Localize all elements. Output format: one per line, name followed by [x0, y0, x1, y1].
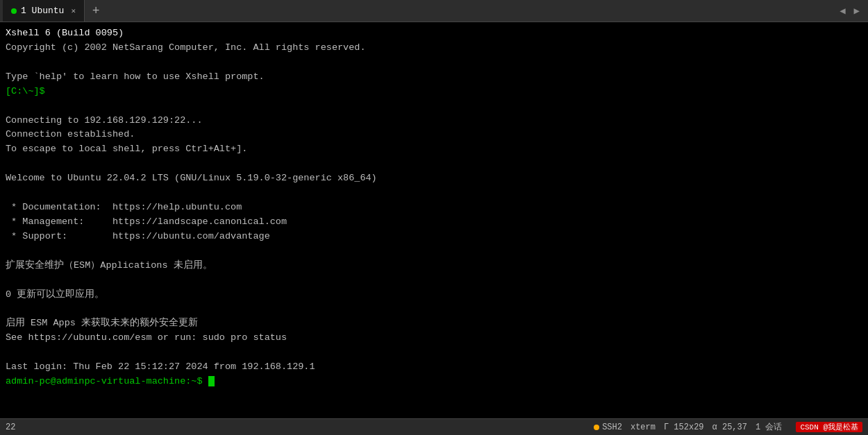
terminal-line-9: To escape to local shell, press Ctrl+Alt…	[6, 144, 247, 154]
terminal-line-6	[6, 101, 11, 111]
status-line-number: 22	[6, 423, 15, 432]
status-session-label: 1 会话	[756, 421, 782, 433]
terminal-line-13: * Documentation: https://help.ubuntu.com	[6, 202, 242, 212]
terminal-line-23	[6, 347, 11, 357]
status-connection-dot	[594, 425, 599, 430]
status-pos-label: α 25,37	[712, 423, 747, 432]
status-bar: 22 SSH2 xterm Γ 152x29 α 25,37 1 会话 CSDN…	[0, 418, 868, 435]
terminal-line-15: * Support: https://ubuntu.com/advantage	[6, 231, 270, 241]
add-tab-button[interactable]: +	[86, 1, 106, 21]
terminal-line-21: 启用 ESM Apps 来获取未来的额外安全更新	[6, 318, 198, 328]
terminal-line-18	[6, 275, 11, 285]
status-size-label: Γ 152x29	[664, 423, 704, 432]
status-xterm-label: xterm	[631, 423, 656, 432]
status-ssh: SSH2	[594, 423, 622, 432]
nav-left-arrow[interactable]: ◀	[837, 3, 848, 18]
terminal-line-3	[6, 57, 11, 67]
terminal-line-10	[6, 158, 11, 169]
title-nav: ◀ ▶	[837, 3, 862, 18]
tab-label: 1 Ubuntu	[21, 6, 64, 16]
terminal-line-11: Welcome to Ubuntu 22.04.2 LTS (GNU/Linux…	[6, 173, 377, 183]
terminal-line-22: See https://ubuntu.com/esm or run: sudo …	[6, 332, 287, 343]
terminal-line-8: Connection established.	[6, 129, 135, 139]
terminal-line-2: Copyright (c) 2002 NetSarang Computer, I…	[6, 42, 365, 53]
terminal-cursor	[208, 376, 215, 386]
terminal-prompt: admin-pc@adminpc-virtual-machine:~$	[6, 376, 208, 386]
terminal-line-12	[6, 187, 11, 198]
terminal-line-1: Xshell 6 (Build 0095)	[6, 28, 124, 38]
tab-close-button[interactable]: ✕	[71, 6, 76, 15]
status-ssh-label: SSH2	[602, 423, 622, 432]
nav-right-arrow[interactable]: ▶	[851, 3, 862, 18]
tab-ubuntu[interactable]: 1 Ubuntu ✕	[3, 0, 85, 22]
terminal-line-20	[6, 304, 11, 314]
title-bar: 1 Ubuntu ✕ + ◀ ▶	[0, 0, 868, 22]
tab-status-dot	[11, 8, 17, 14]
tabs-area: 1 Ubuntu ✕ +	[3, 0, 106, 22]
csdn-badge: CSDN @我是松基	[796, 422, 862, 432]
terminal-line-16	[6, 246, 11, 256]
terminal-line-5: [C:\~]$	[6, 86, 45, 96]
terminal-line-7: Connecting to 192.168.129.129:22...	[6, 115, 203, 126]
terminal-line-14: * Management: https://landscape.canonica…	[6, 216, 287, 227]
terminal-line-4: Type `help' to learn how to use Xshell p…	[6, 71, 265, 82]
terminal-line-24: Last login: Thu Feb 22 15:12:27 2024 fro…	[6, 361, 315, 372]
terminal-output[interactable]: Xshell 6 (Build 0095) Copyright (c) 2002…	[0, 22, 868, 418]
terminal-line-19: 0 更新可以立即应用。	[6, 289, 104, 300]
terminal-line-17: 扩展安全维护（ESM）Applications 未启用。	[6, 260, 212, 271]
